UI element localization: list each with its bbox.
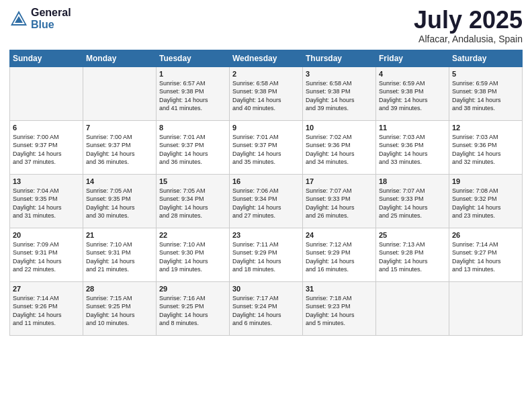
calendar-cell [449, 281, 523, 335]
day-info: Sunrise: 6:59 AM Sunset: 9:38 PM Dayligh… [452, 79, 519, 113]
day-info: Sunrise: 7:03 AM Sunset: 9:36 PM Dayligh… [452, 133, 519, 167]
day-info: Sunrise: 7:07 AM Sunset: 9:33 PM Dayligh… [306, 187, 373, 220]
calendar-cell [10, 66, 83, 120]
calendar-cell: 21Sunrise: 7:10 AM Sunset: 9:31 PM Dayli… [83, 228, 157, 281]
calendar-cell: 22Sunrise: 7:10 AM Sunset: 9:30 PM Dayli… [157, 228, 230, 281]
logo-icon [9, 9, 28, 28]
calendar-week-row: 20Sunrise: 7:09 AM Sunset: 9:31 PM Dayli… [10, 228, 523, 281]
day-info: Sunrise: 6:59 AM Sunset: 9:38 PM Dayligh… [379, 79, 446, 113]
calendar-cell: 7Sunrise: 7:00 AM Sunset: 9:37 PM Daylig… [83, 120, 157, 174]
logo-blue-text: Blue [31, 19, 71, 31]
calendar-cell: 8Sunrise: 7:01 AM Sunset: 9:37 PM Daylig… [157, 120, 230, 174]
day-number: 30 [232, 285, 300, 293]
calendar-cell: 1Sunrise: 6:57 AM Sunset: 9:38 PM Daylig… [157, 66, 230, 120]
calendar-week-row: 13Sunrise: 7:04 AM Sunset: 9:35 PM Dayli… [10, 174, 523, 228]
day-info: Sunrise: 7:05 AM Sunset: 9:35 PM Dayligh… [86, 187, 153, 220]
day-info: Sunrise: 7:01 AM Sunset: 9:37 PM Dayligh… [232, 133, 300, 167]
day-number: 17 [306, 177, 373, 185]
day-number: 23 [232, 231, 300, 239]
day-number: 4 [379, 70, 446, 78]
col-header-wednesday: Wednesday [230, 50, 303, 66]
day-number: 6 [13, 124, 80, 132]
calendar-week-row: 6Sunrise: 7:00 AM Sunset: 9:37 PM Daylig… [10, 120, 523, 174]
calendar-week-row: 27Sunrise: 7:14 AM Sunset: 9:26 PM Dayli… [10, 281, 523, 335]
day-number: 16 [232, 177, 300, 185]
day-number: 3 [306, 70, 373, 78]
calendar-week-row: 1Sunrise: 6:57 AM Sunset: 9:38 PM Daylig… [10, 66, 523, 120]
calendar-cell: 10Sunrise: 7:02 AM Sunset: 9:36 PM Dayli… [303, 120, 376, 174]
day-info: Sunrise: 7:02 AM Sunset: 9:36 PM Dayligh… [306, 133, 373, 167]
day-info: Sunrise: 7:00 AM Sunset: 9:37 PM Dayligh… [13, 133, 80, 167]
day-number: 18 [379, 177, 446, 185]
day-info: Sunrise: 7:06 AM Sunset: 9:34 PM Dayligh… [232, 187, 300, 220]
calendar-cell: 31Sunrise: 7:18 AM Sunset: 9:23 PM Dayli… [303, 281, 376, 335]
day-number: 19 [452, 177, 519, 185]
calendar-cell: 14Sunrise: 7:05 AM Sunset: 9:35 PM Dayli… [83, 174, 157, 228]
day-number: 7 [86, 124, 153, 132]
logo-general-text: General [31, 7, 71, 19]
day-info: Sunrise: 6:58 AM Sunset: 9:38 PM Dayligh… [306, 79, 373, 113]
day-number: 15 [159, 177, 226, 185]
day-info: Sunrise: 7:10 AM Sunset: 9:30 PM Dayligh… [159, 240, 226, 274]
location-text: Alfacar, Andalusia, Spain [414, 34, 523, 44]
calendar-header-row: SundayMondayTuesdayWednesdayThursdayFrid… [10, 50, 523, 66]
col-header-sunday: Sunday [10, 50, 83, 66]
day-info: Sunrise: 7:09 AM Sunset: 9:31 PM Dayligh… [13, 240, 80, 274]
day-info: Sunrise: 7:13 AM Sunset: 9:28 PM Dayligh… [379, 240, 446, 274]
day-number: 12 [452, 124, 519, 132]
day-number: 31 [306, 285, 373, 293]
calendar-cell: 3Sunrise: 6:58 AM Sunset: 9:38 PM Daylig… [303, 66, 376, 120]
calendar-cell: 17Sunrise: 7:07 AM Sunset: 9:33 PM Dayli… [303, 174, 376, 228]
day-number: 13 [13, 177, 80, 185]
col-header-friday: Friday [376, 50, 449, 66]
day-number: 14 [86, 177, 153, 185]
day-number: 20 [13, 231, 80, 239]
day-info: Sunrise: 7:14 AM Sunset: 9:26 PM Dayligh… [13, 294, 80, 328]
calendar-cell: 20Sunrise: 7:09 AM Sunset: 9:31 PM Dayli… [10, 228, 83, 281]
day-number: 10 [306, 124, 373, 132]
page-header: General Blue July 2025 Alfacar, Andalusi… [9, 7, 523, 44]
day-info: Sunrise: 7:07 AM Sunset: 9:33 PM Dayligh… [379, 187, 446, 220]
title-area: July 2025 Alfacar, Andalusia, Spain [414, 7, 523, 44]
day-info: Sunrise: 7:16 AM Sunset: 9:25 PM Dayligh… [159, 294, 226, 328]
day-number: 9 [232, 124, 300, 132]
calendar-cell: 5Sunrise: 6:59 AM Sunset: 9:38 PM Daylig… [449, 66, 523, 120]
logo: General Blue [9, 7, 71, 30]
day-info: Sunrise: 7:03 AM Sunset: 9:36 PM Dayligh… [379, 133, 446, 167]
calendar-cell: 9Sunrise: 7:01 AM Sunset: 9:37 PM Daylig… [230, 120, 303, 174]
day-info: Sunrise: 7:10 AM Sunset: 9:31 PM Dayligh… [86, 240, 153, 274]
calendar-cell: 13Sunrise: 7:04 AM Sunset: 9:35 PM Dayli… [10, 174, 83, 228]
calendar-cell: 30Sunrise: 7:17 AM Sunset: 9:24 PM Dayli… [230, 281, 303, 335]
calendar-cell: 12Sunrise: 7:03 AM Sunset: 9:36 PM Dayli… [449, 120, 523, 174]
day-number: 1 [159, 70, 226, 78]
calendar-cell: 11Sunrise: 7:03 AM Sunset: 9:36 PM Dayli… [376, 120, 449, 174]
calendar-cell: 25Sunrise: 7:13 AM Sunset: 9:28 PM Dayli… [376, 228, 449, 281]
calendar-cell: 19Sunrise: 7:08 AM Sunset: 9:32 PM Dayli… [449, 174, 523, 228]
day-info: Sunrise: 6:58 AM Sunset: 9:38 PM Dayligh… [232, 79, 300, 113]
col-header-thursday: Thursday [303, 50, 376, 66]
day-number: 5 [452, 70, 519, 78]
calendar-cell: 27Sunrise: 7:14 AM Sunset: 9:26 PM Dayli… [10, 281, 83, 335]
day-number: 11 [379, 124, 446, 132]
calendar-cell: 15Sunrise: 7:05 AM Sunset: 9:34 PM Dayli… [157, 174, 230, 228]
day-number: 8 [159, 124, 226, 132]
calendar-cell: 28Sunrise: 7:15 AM Sunset: 9:25 PM Dayli… [83, 281, 157, 335]
day-info: Sunrise: 7:17 AM Sunset: 9:24 PM Dayligh… [232, 294, 300, 328]
day-info: Sunrise: 7:11 AM Sunset: 9:29 PM Dayligh… [232, 240, 300, 274]
day-number: 26 [452, 231, 519, 239]
day-number: 24 [306, 231, 373, 239]
col-header-saturday: Saturday [449, 50, 523, 66]
day-info: Sunrise: 7:18 AM Sunset: 9:23 PM Dayligh… [306, 294, 373, 328]
calendar-cell [83, 66, 157, 120]
day-number: 21 [86, 231, 153, 239]
day-number: 28 [86, 285, 153, 293]
day-info: Sunrise: 7:14 AM Sunset: 9:27 PM Dayligh… [452, 240, 519, 274]
day-number: 29 [159, 285, 226, 293]
day-info: Sunrise: 7:15 AM Sunset: 9:25 PM Dayligh… [86, 294, 153, 328]
calendar-cell: 24Sunrise: 7:12 AM Sunset: 9:29 PM Dayli… [303, 228, 376, 281]
day-number: 27 [13, 285, 80, 293]
calendar-table: SundayMondayTuesdayWednesdayThursdayFrid… [9, 50, 523, 336]
day-number: 22 [159, 231, 226, 239]
calendar-cell: 23Sunrise: 7:11 AM Sunset: 9:29 PM Dayli… [230, 228, 303, 281]
calendar-cell [376, 281, 449, 335]
